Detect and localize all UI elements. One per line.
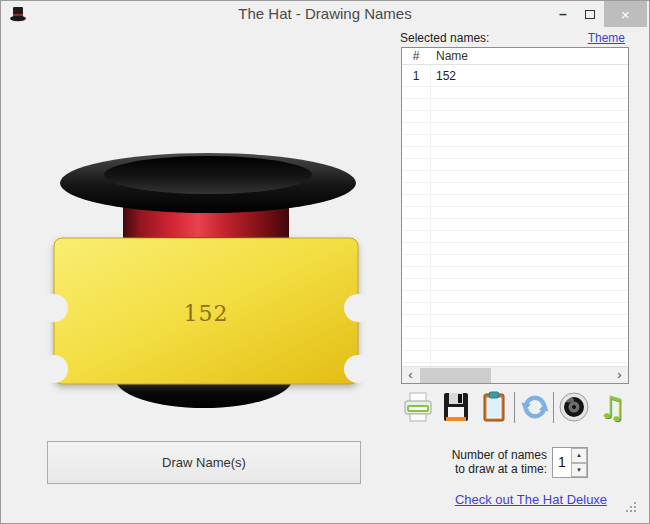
toolbar-separator [514,392,515,423]
resize-grip[interactable] [624,500,637,513]
ticket-notch [41,355,68,383]
maximize-button[interactable] [577,1,603,27]
names-count-spinner[interactable]: 1 ▲ ▼ [552,447,588,478]
names-count-value[interactable]: 1 [553,448,571,477]
refresh-icon[interactable] [518,390,552,424]
toolbar-separator [553,392,554,423]
column-header-name[interactable]: Name [430,48,628,64]
down-arrow-icon: ▼ [576,467,582,473]
scroll-right-icon[interactable]: › [611,367,628,383]
close-icon: × [621,6,630,23]
close-button[interactable]: × [604,1,647,27]
horizontal-scrollbar[interactable]: ‹ › [402,366,628,383]
selected-names-list[interactable]: # Name 1 152 ‹ › [401,47,629,384]
hat-opening [104,156,312,194]
selected-names-label: Selected names: [400,31,489,45]
row-name-cell: 152 [430,65,628,86]
music-note-glyph: ♫ [595,390,629,424]
row-number-cell: 1 [402,65,430,86]
names-count-label: Number of names to draw at a time: [427,448,547,476]
spinner-down-button[interactable]: ▼ [571,463,587,478]
list-empty-area [402,87,628,366]
maximize-icon [585,10,595,19]
app-window: The Hat - Drawing Names – × [0,0,650,524]
minimize-button[interactable]: – [550,1,576,27]
sound-icon[interactable] [557,390,591,424]
scrollbar-thumb[interactable] [420,368,491,383]
column-header-number[interactable]: # [402,48,430,64]
up-arrow-icon: ▲ [576,452,582,458]
paste-icon[interactable] [477,390,511,424]
ticket-number: 152 [184,301,229,326]
ticket-notch [344,355,371,383]
names-count-label-line2: to draw at a time: [427,462,547,476]
column-separator [430,65,431,366]
hat-ticket-graphic: 152 [41,146,371,416]
names-count-label-line1: Number of names [427,448,547,462]
music-icon[interactable]: ♫ [595,390,629,424]
ticket-notch [41,294,68,322]
minimize-icon: – [559,6,567,22]
titlebar[interactable]: The Hat - Drawing Names – × [1,1,649,27]
ticket-notch [344,294,371,322]
save-icon[interactable] [439,390,473,424]
spinner-up-button[interactable]: ▲ [571,448,587,463]
draw-names-button[interactable]: Draw Name(s) [47,441,361,484]
print-icon[interactable] [401,390,435,424]
scroll-left-icon[interactable]: ‹ [402,367,419,383]
theme-link[interactable]: Theme [588,31,625,45]
list-row[interactable]: 1 152 [402,65,628,87]
list-header[interactable]: # Name [402,48,628,65]
hat-deluxe-link[interactable]: Check out The Hat Deluxe [455,492,607,507]
